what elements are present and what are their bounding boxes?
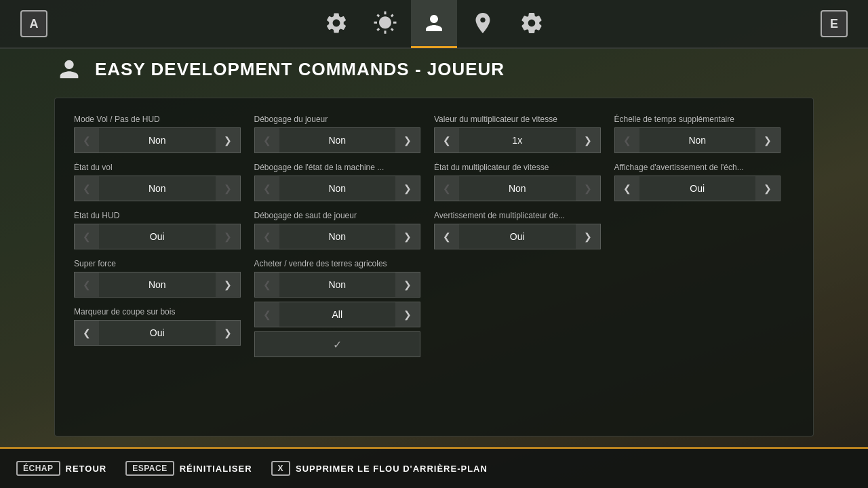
echelle-temps-right-btn[interactable]: ❯ [755,128,780,152]
setting-etat-mult-label: État du multiplicateur de vitesse [434,163,601,172]
setting-acheter-label: Acheter / vendre des terres agricoles [254,259,421,268]
setting-etat-hud-label: État du HUD [74,211,241,220]
setting-etat-hud: État du HUD ❮ Oui ❯ [74,211,241,249]
action-retour: ÉCHAP RETOUR [16,461,106,476]
debogage-saut-right-btn[interactable]: ❯ [395,224,420,249]
setting-acheter-control: ❮ Non ❯ [254,272,421,298]
setting-etat-hud-control: ❮ Oui ❯ [74,224,241,249]
page-title: EASY DEVELOPMENT COMMANDS - JOUEUR [95,59,505,80]
etat-vol-left-btn[interactable]: ❮ [75,176,99,201]
setting-debogage-joueur: Débogage du joueur ❮ Non ❯ [254,115,421,153]
affichage-avert-left-btn[interactable]: ❮ [615,176,639,201]
debogage-etat-value: Non [279,183,396,194]
nav-right: E [800,10,868,37]
marqueur-left-btn[interactable]: ❮ [75,321,99,345]
setting-debogage-saut-label: Débogage de saut de joueur [254,211,421,220]
setting-debogage-saut: Débogage de saut de joueur ❮ Non ❯ [254,211,421,249]
debogage-saut-value: Non [279,231,396,242]
setting-affichage-avert-label: Affichage d'avertissement de l'éch... [614,163,781,172]
setting-avertissement-mult-control: ❮ Oui ❯ [434,224,601,249]
setting-valeur-mult-label: Valeur du multiplicateur de vitesse [434,115,601,124]
avertissement-mult-right-btn[interactable]: ❯ [576,224,600,249]
setting-etat-vol: État du vol ❮ Non ❯ [74,163,241,201]
affichage-avert-right-btn[interactable]: ❯ [755,176,780,201]
etat-mult-left-btn[interactable]: ❮ [435,176,459,201]
page-header: EASY DEVELOPMENT COMMANDS - JOUEUR [54,54,814,84]
etat-hud-right-btn[interactable]: ❯ [216,224,240,249]
super-force-right-btn[interactable]: ❯ [216,272,240,297]
etat-hud-value: Oui [99,231,216,242]
mode-vol-value: Non [99,135,216,146]
valeur-mult-value: 1x [459,135,576,146]
settings-col-3: Valeur du multiplicateur de vitesse ❮ 1x… [434,115,614,367]
nav-center [313,0,555,47]
acheter-right-btn[interactable]: ❯ [395,272,420,297]
acheter-value: Non [279,279,396,290]
player-icon [422,11,446,35]
check-icon: ✓ [333,338,342,351]
action-flou: X SUPPRIMER LE FLOU D'ARRIÈRE-PLAN [271,461,488,476]
tractor-icon [519,11,544,35]
weather-icon [373,11,397,35]
setting-debogage-joueur-control: ❮ Non ❯ [254,127,421,153]
valeur-mult-left-btn[interactable]: ❮ [435,128,459,152]
super-force-left-btn[interactable]: ❮ [75,272,99,297]
debogage-etat-right-btn[interactable]: ❯ [395,176,420,201]
setting-mode-vol-control: ❮ Non ❯ [74,127,241,153]
setting-debogage-saut-control: ❮ Non ❯ [254,224,421,249]
acheter-sub-control: ❮ All ❯ [254,302,421,327]
setting-affichage-avert-control: ❮ Oui ❯ [614,176,781,201]
key-e: E [821,10,848,37]
debogage-saut-left-btn[interactable]: ❮ [255,224,279,249]
acheter-confirm-btn[interactable]: ✓ [254,331,421,357]
setting-valeur-mult: Valeur du multiplicateur de vitesse ❮ 1x… [434,115,601,153]
settings-col-2: Débogage du joueur ❮ Non ❯ Débogage de l… [254,115,435,367]
debogage-joueur-right-btn[interactable]: ❯ [395,128,420,152]
acheter-sub-right-btn[interactable]: ❯ [395,302,420,327]
mode-vol-left-btn[interactable]: ❮ [75,128,99,152]
etat-hud-left-btn[interactable]: ❮ [75,224,99,249]
setting-marqueur-label: Marqueur de coupe sur bois [74,307,241,317]
nav-tab-settings[interactable] [313,0,359,48]
bottom-bar: ÉCHAP RETOUR ESPACE RÉINITIALISER X SUPP… [0,447,868,488]
key-a: A [20,10,47,37]
label-reinitialiser: RÉINITIALISER [180,464,252,474]
etat-vol-value: Non [99,183,216,194]
setting-marqueur-control: ❮ Oui ❯ [74,320,241,346]
nav-tab-map[interactable] [460,0,506,48]
avertissement-mult-left-btn[interactable]: ❮ [435,224,459,249]
debogage-etat-left-btn[interactable]: ❮ [255,176,279,201]
debogage-joueur-value: Non [279,135,396,146]
label-retour: RETOUR [66,464,107,474]
setting-super-force-control: ❮ Non ❯ [74,272,241,298]
key-x: X [271,461,291,476]
acheter-sub-left-btn[interactable]: ❮ [255,302,279,327]
setting-mode-vol-label: Mode Vol / Pas de HUD [74,115,241,124]
setting-echelle-temps: Échelle de temps supplémentaire ❮ Non ❯ [614,115,781,153]
debogage-joueur-left-btn[interactable]: ❮ [255,128,279,152]
nav-tab-tractor[interactable] [509,0,555,48]
etat-mult-value: Non [459,183,576,194]
affichage-avert-value: Oui [639,183,756,194]
nav-tab-weather[interactable] [362,0,408,48]
super-force-value: Non [99,279,216,290]
echelle-temps-left-btn[interactable]: ❮ [615,128,639,152]
etat-mult-right-btn[interactable]: ❯ [576,176,600,201]
settings-col-4: Échelle de temps supplémentaire ❮ Non ❯ … [614,115,795,367]
setting-etat-mult-control: ❮ Non ❯ [434,176,601,201]
setting-marqueur: Marqueur de coupe sur bois ❮ Oui ❯ [74,307,241,346]
settings-panel: Mode Vol / Pas de HUD ❮ Non ❯ État du vo… [54,98,814,436]
setting-debogage-etat-label: Débogage de l'état de la machine ... [254,163,421,172]
nav-tab-player[interactable] [411,0,457,48]
mode-vol-right-btn[interactable]: ❯ [216,128,240,152]
etat-vol-right-btn[interactable]: ❯ [216,176,240,201]
valeur-mult-right-btn[interactable]: ❯ [576,128,600,152]
setting-debogage-etat-control: ❮ Non ❯ [254,176,421,201]
action-reinitialiser: ESPACE RÉINITIALISER [125,461,252,476]
setting-echelle-temps-control: ❮ Non ❯ [614,127,781,153]
setting-mode-vol: Mode Vol / Pas de HUD ❮ Non ❯ [74,115,241,153]
marqueur-right-btn[interactable]: ❯ [216,321,240,345]
acheter-left-btn[interactable]: ❮ [255,272,279,297]
setting-acheter: Acheter / vendre des terres agricoles ❮ … [254,259,421,357]
settings-col-1: Mode Vol / Pas de HUD ❮ Non ❯ État du vo… [74,115,254,367]
